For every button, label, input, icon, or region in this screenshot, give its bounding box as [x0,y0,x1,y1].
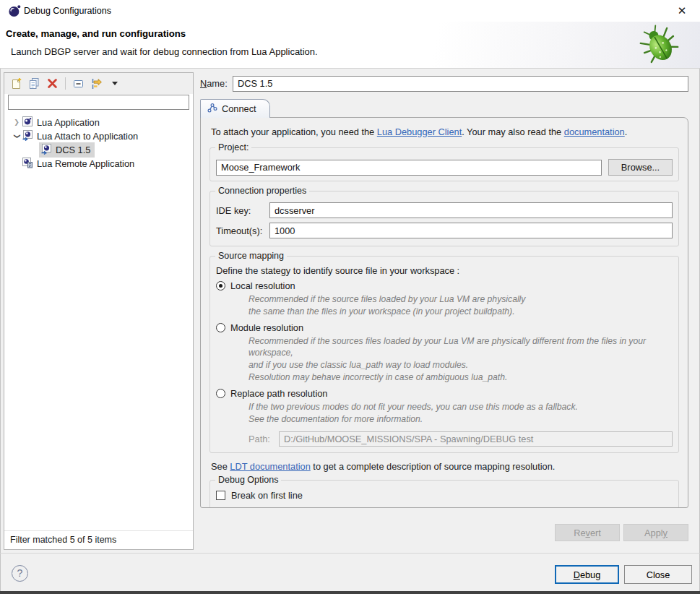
tree-item-lua-remote[interactable]: Lua Remote Application [4,157,193,171]
duplicate-config-icon[interactable] [27,77,41,90]
intro-pre: To attach your application, you need the [211,126,377,137]
path-input [279,431,673,447]
project-group: Project: Browse... [209,147,679,181]
apply-button[interactable]: Apply [623,524,688,541]
source-mapping-group: Source mapping Define the stategy to ide… [209,256,679,453]
replace-path-desc: If the two previous modes do not fit you… [249,401,673,426]
lua-remote-icon [22,157,33,171]
lua-attach-icon [40,143,52,157]
path-label: Path: [249,434,279,444]
radio-unselected-icon[interactable] [216,389,225,398]
tab-label: Connect [222,103,256,114]
bug-icon [638,24,683,69]
connection-legend: Connection properties [215,186,309,196]
tree-item-label: Lua Attach to Application [37,131,138,142]
tree-item-lua-application[interactable]: ❯ Lua Application [4,116,193,129]
radio-module-resolution[interactable]: Module resolution [216,322,673,333]
tree-item-label: Lua Application [37,117,100,128]
tree-item-label: Lua Remote Application [37,158,134,169]
delete-config-icon[interactable] [46,77,59,90]
revert-button[interactable]: Revert [555,524,620,541]
banner-subtitle: Launch DBGP server and wait for debug co… [11,46,318,57]
sidebar-toolbar [4,73,193,94]
ldt-documentation-link[interactable]: LDT documentation [230,461,310,472]
debug-options-group: Debug Options Break on first line Enable… [209,480,679,508]
lua-debugger-client-link[interactable]: Lua Debugger Client [377,126,462,137]
configurations-tree: ❯ Lua Application ❯ [4,113,193,171]
strategy-line: Define the stategy to identify source fi… [216,265,673,276]
radio-unselected-icon[interactable] [216,323,225,332]
see-docs-line: See LDT documentation to get a complete … [211,461,678,472]
configuration-form: Name: Connect To attach your application… [200,75,688,541]
window-title: Debug Configurations [24,6,111,16]
lua-application-icon [22,116,33,129]
close-button[interactable]: Close [624,565,692,584]
tree-item-dcs-15[interactable]: DCS 1.5 [4,143,193,157]
radio-label: Local resolution [230,280,295,291]
window-bottom-edge [0,591,700,594]
checkbox-break-on-first-line[interactable]: Break on first line [216,490,673,501]
intro-post: . [625,126,628,137]
radio-label: Replace path resolution [230,388,327,399]
local-resolution-desc: Recommended if the source files loaded b… [249,293,673,318]
chevron-down-icon[interactable]: ❯ [10,132,24,142]
timeout-label: Timeout(s): [216,225,269,236]
browse-button[interactable]: Browse... [608,159,673,176]
title-bar: Debug Configurations ✕ [0,0,700,22]
see-docs-post: to get a complete description of source … [311,461,556,472]
tree-item-label: DCS 1.5 [56,145,90,155]
radio-local-resolution[interactable]: Local resolution [216,280,673,291]
checkbox-label: Break on first line [231,490,303,501]
name-input[interactable] [233,76,688,92]
timeout-input[interactable] [269,223,673,238]
connection-properties-group: Connection properties IDE key: Timeout(s… [209,191,679,246]
name-label: Name: [200,78,233,89]
radio-replace-path-resolution[interactable]: Replace path resolution [216,388,673,399]
banner: Create, manage, and run configurations L… [0,22,700,69]
radio-selected-icon[interactable] [216,281,225,290]
connect-tab-panel: To attach your application, you need the… [200,117,688,508]
radio-label: Module resolution [230,322,303,333]
source-mapping-legend: Source mapping [215,251,287,261]
debug-options-legend: Debug Options [215,475,281,485]
project-input[interactable] [216,160,602,176]
collapse-all-icon[interactable] [72,77,85,90]
new-config-icon[interactable] [9,77,23,90]
toolbar-separator [65,77,66,90]
intro-mid: . Your may also read the [462,126,564,137]
filter-configs-icon[interactable] [90,77,103,90]
documentation-link[interactable]: documentation [564,126,625,137]
help-icon[interactable]: ? [12,565,28,582]
ide-key-label: IDE key: [216,205,269,216]
tree-selection: DCS 1.5 [39,142,95,158]
tab-connect[interactable]: Connect [200,99,270,118]
configurations-sidebar: ❯ Lua Application ❯ [4,72,194,550]
chevron-right-icon[interactable]: ❯ [12,116,22,129]
intro-text: To attach your application, you need the… [211,126,678,137]
footer-separator [0,553,700,554]
debug-button[interactable]: Debug [555,565,619,584]
close-icon[interactable]: ✕ [673,3,691,19]
module-resolution-desc: Recommended if the sources files loaded … [249,335,673,384]
connect-icon [207,103,217,115]
dropdown-caret-icon[interactable] [108,77,121,90]
checkbox-unchecked-icon[interactable] [216,491,225,500]
see-docs-pre: See [211,461,230,472]
project-legend: Project: [215,142,251,152]
tree-item-lua-attach[interactable]: ❯ Lua Attach to Application [4,129,193,143]
filter-input[interactable] [8,95,189,110]
debug-configurations-icon [8,4,21,20]
filter-status: Filter matched 5 of 5 items [4,530,193,549]
ide-key-input[interactable] [269,202,673,218]
banner-title: Create, manage, and run configurations [6,28,186,39]
